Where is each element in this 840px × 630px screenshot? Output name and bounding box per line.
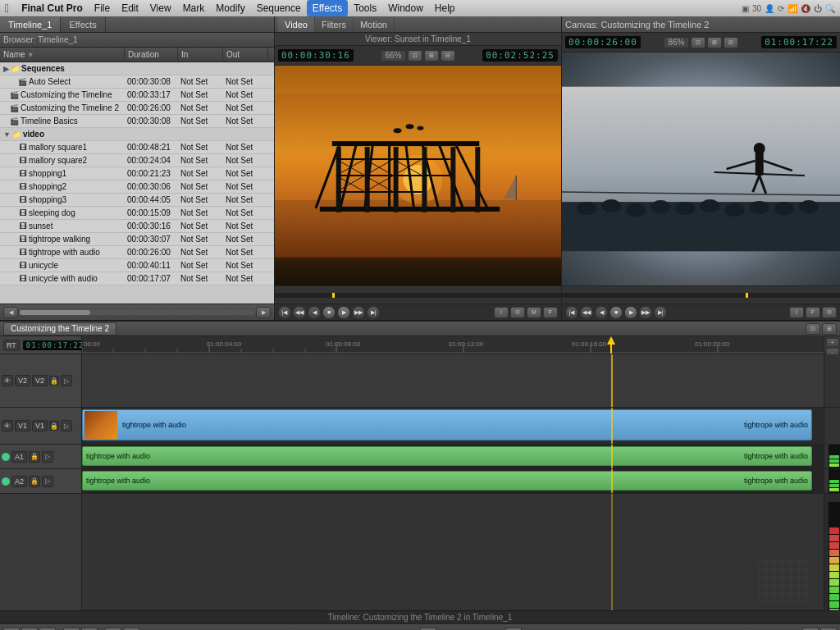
- viewer-out-point-btn[interactable]: O: [510, 307, 525, 318]
- tool-razor-btn[interactable]: ⚔: [105, 628, 121, 631]
- viewer-prev-frame-btn[interactable]: ◀◀: [293, 306, 306, 319]
- tab-timeline1[interactable]: Timeline_1: [0, 17, 61, 32]
- list-item[interactable]: 🎞 tightrope walking 00:00:30:07 Not Set …: [0, 233, 274, 246]
- list-item[interactable]: 🎞 shopping3 00:00:44:05 Not Set Not Set: [0, 194, 274, 207]
- canvas-view-btn[interactable]: ⊞: [707, 37, 722, 48]
- track-v1-visibility-btn[interactable]: 👁: [2, 420, 13, 431]
- canvas-zoom[interactable]: 86%: [664, 37, 688, 48]
- browser-scroll-left[interactable]: ◀: [3, 307, 18, 318]
- list-item[interactable]: 🎞 mallory square1 00:00:48:21 Not Set No…: [0, 141, 274, 154]
- canvas-overlay-btn[interactable]: O: [822, 307, 837, 318]
- list-item[interactable]: 🎞 unicycle 00:00:40:11 Not Set Not Set: [0, 259, 274, 272]
- canvas-go-end-btn[interactable]: ▶|: [654, 306, 667, 319]
- menu-window[interactable]: Window: [382, 0, 429, 16]
- canvas-match-frame-btn[interactable]: F: [806, 307, 820, 318]
- list-item[interactable]: 🎬 Customizing the Timeline 00:00:33:17 N…: [0, 89, 274, 102]
- list-item[interactable]: ▶ 📁 Sequences: [0, 62, 274, 75]
- tool-slip-btn[interactable]: ⇔: [63, 628, 80, 631]
- track-a1-collapse-btn[interactable]: ▷: [42, 451, 53, 463]
- track-a1-lock-btn[interactable]: 🔒: [29, 451, 40, 463]
- rt-button[interactable]: RT: [3, 340, 20, 351]
- menu-tools[interactable]: Tools: [348, 0, 382, 16]
- canvas-next-frame-btn[interactable]: ▶▶: [639, 306, 652, 319]
- track-v1-lock-btn[interactable]: 🔒: [49, 421, 59, 431]
- menu-help[interactable]: Help: [429, 0, 461, 16]
- canvas-go-start-btn[interactable]: |◀: [565, 306, 578, 319]
- viewer-match-frame-btn[interactable]: F: [543, 307, 558, 318]
- canvas-fit-btn[interactable]: ⊡: [691, 37, 705, 48]
- list-item[interactable]: 🎞 shopping1 00:00:21:23 Not Set Not Set: [0, 167, 274, 180]
- timeline-tab[interactable]: Customizing the Timeline 2: [3, 322, 116, 336]
- list-item[interactable]: 🎞 unicycle with audio 00:00:17:07 Not Se…: [0, 272, 274, 285]
- track-v1-inner-label[interactable]: V1: [32, 420, 48, 431]
- viewer-view-btn[interactable]: ⊞: [424, 50, 439, 62]
- clip-tightrope-a1[interactable]: tightrope with audio tightrope with audi…: [82, 446, 812, 466]
- viewer-play-btn[interactable]: ▶: [337, 306, 350, 319]
- viewer-go-start-btn[interactable]: |◀: [278, 306, 291, 319]
- track-a2-label[interactable]: A2: [11, 476, 27, 487]
- list-item[interactable]: 🎞 mallory square2 00:00:24:04 Not Set No…: [0, 154, 274, 167]
- menu-sequence[interactable]: Sequence: [251, 0, 307, 16]
- track-v1-collapse-btn[interactable]: ▷: [61, 420, 72, 431]
- viewer-next-frame-btn[interactable]: ▶▶: [352, 306, 365, 319]
- track-a2-collapse-btn[interactable]: ▷: [42, 476, 53, 487]
- zoom-in-btn[interactable]: +: [826, 338, 839, 347]
- viewer-stop-btn[interactable]: ■: [322, 306, 336, 319]
- track-v2-lock-btn[interactable]: 🔒: [49, 376, 59, 386]
- tool-slide-btn[interactable]: ⇄: [81, 628, 98, 631]
- list-item[interactable]: 🎞 sleeping dog 00:00:15:09 Not Set Not S…: [0, 207, 274, 220]
- track-v2-inner-label[interactable]: V2: [32, 375, 48, 386]
- menu-mark[interactable]: Mark: [177, 0, 211, 16]
- canvas-option-btn[interactable]: ⊟: [724, 37, 738, 48]
- menu-finalcutpro[interactable]: Final Cut Pro: [16, 0, 89, 16]
- tool-select-btn[interactable]: ↖: [3, 628, 20, 631]
- zoom-in-tl-btn[interactable]: +: [802, 628, 819, 631]
- viewer-go-end-btn[interactable]: ▶|: [367, 306, 380, 319]
- list-item[interactable]: 🎬 Customizing the Timeline 2 00:00:26:00…: [0, 102, 274, 115]
- list-item[interactable]: 🎬 Auto Select 00:00:30:08 Not Set Not Se…: [0, 75, 274, 89]
- viewer-play-rev-btn[interactable]: ◀: [308, 306, 321, 319]
- menu-file[interactable]: File: [89, 0, 116, 16]
- track-a2-lock-btn[interactable]: 🔒: [29, 476, 40, 487]
- viewer-in-point-btn[interactable]: I: [494, 307, 509, 318]
- viewer-mark-btn[interactable]: M: [527, 307, 541, 318]
- menu-edit[interactable]: Edit: [116, 0, 144, 16]
- canvas-play-btn[interactable]: ▶: [624, 306, 637, 319]
- track-a1-label[interactable]: A1: [11, 451, 27, 463]
- apple-logo-icon[interactable]: : [5, 2, 9, 15]
- track-v1-label[interactable]: V1: [15, 420, 30, 431]
- tab-filters[interactable]: Filters: [315, 17, 354, 32]
- viewer-option-btn[interactable]: ⊟: [441, 50, 455, 62]
- track-v2-collapse-btn[interactable]: ▷: [61, 375, 72, 386]
- clip-tightrope-a2[interactable]: tightrope with audio tightrope with audi…: [82, 471, 812, 491]
- list-item[interactable]: 🎞 tightrope with audio 00:00:26:00 Not S…: [0, 246, 274, 259]
- scroll-right-btn[interactable]: ▶: [505, 628, 522, 631]
- tool-edit-btn[interactable]: ✂: [21, 628, 38, 631]
- list-item[interactable]: ▼ 📁 video: [0, 128, 274, 141]
- tab-video[interactable]: Video: [278, 17, 315, 32]
- canvas-prev-frame-btn[interactable]: ◀◀: [580, 306, 593, 319]
- tool-zoom-btn[interactable]: 🔍: [39, 628, 56, 631]
- track-v2-visibility-btn[interactable]: 👁: [2, 375, 13, 386]
- canvas-stop-btn[interactable]: ■: [609, 306, 623, 319]
- tab-effects[interactable]: Effects: [61, 17, 105, 32]
- list-item[interactable]: 🎞 sunset 00:00:30:16 Not Set Not Set: [0, 220, 274, 233]
- timeline-option-btn2[interactable]: ⊞: [822, 323, 837, 335]
- tab-motion[interactable]: Motion: [354, 17, 395, 32]
- track-v2-label[interactable]: V2: [15, 375, 30, 386]
- canvas-in-point-btn[interactable]: I: [789, 307, 804, 318]
- list-item[interactable]: 🎞 shopping2 00:00:30:06 Not Set Not Set: [0, 180, 274, 194]
- browser-scroll-right[interactable]: ▶: [256, 307, 271, 318]
- menu-modify[interactable]: Modify: [210, 0, 250, 16]
- menu-view[interactable]: View: [144, 0, 177, 16]
- canvas-play-rev-btn[interactable]: ◀: [595, 306, 608, 319]
- zoom-out-tl-btn[interactable]: -: [820, 628, 837, 631]
- scroll-left-btn[interactable]: ◀: [420, 628, 436, 631]
- timeline-option-btn1[interactable]: ⊡: [806, 323, 820, 335]
- clip-tightrope-v1[interactable]: tightrope with audio tightrope with audi…: [82, 409, 812, 441]
- viewer-zoom[interactable]: 66%: [381, 50, 405, 62]
- tool-pen-btn[interactable]: ✏: [123, 628, 139, 631]
- menu-effects[interactable]: Effects: [307, 0, 348, 16]
- viewer-fit-btn[interactable]: ⊡: [408, 50, 422, 62]
- list-item[interactable]: 🎬 Timeline Basics 00:00:30:08 Not Set No…: [0, 115, 274, 128]
